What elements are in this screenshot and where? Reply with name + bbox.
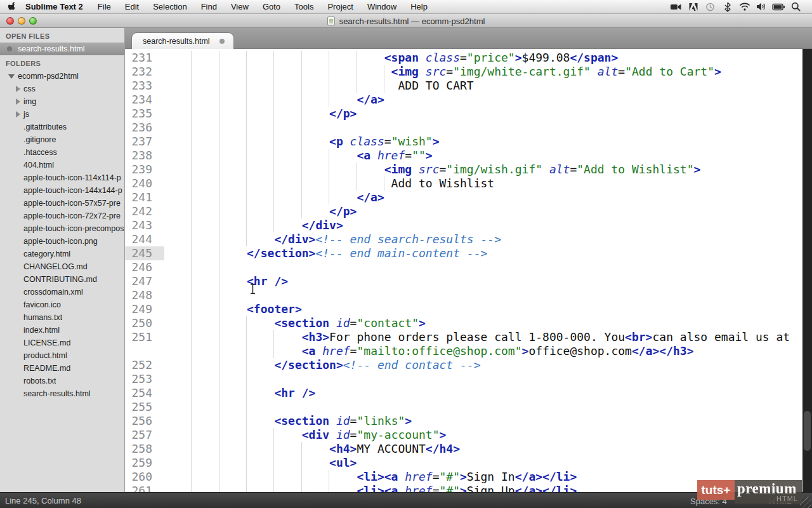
tree-file-apple-touch-icon-144x144-p[interactable]: apple-touch-icon-144x144-p <box>0 184 124 197</box>
code-line[interactable]: 241</a> <box>125 190 790 204</box>
tree-file-404-html[interactable]: 404.html <box>0 159 124 171</box>
code-editor[interactable]: 231<span class="price">$499.08</span>232… <box>125 49 802 492</box>
tree-file-license-md[interactable]: LICENSE.md <box>0 337 124 349</box>
code-line[interactable]: 244</div><!-- end search-results --> <box>125 232 790 246</box>
scrollbar-thumb[interactable] <box>804 411 811 451</box>
tree-file-readme-md[interactable]: README.md <box>0 362 124 375</box>
code-line[interactable]: <a href="mailto:office@shop.com">office@… <box>125 344 790 358</box>
code-line[interactable]: 256<section id="links"> <box>125 414 790 428</box>
volume-icon[interactable] <box>753 0 770 14</box>
menu-project[interactable]: Project <box>320 2 360 11</box>
tree-file-apple-touch-icon-57x57-pre[interactable]: apple-touch-icon-57x57-pre <box>0 197 124 210</box>
code-line[interactable]: 232<img src="img/white-cart.gif" alt="Ad… <box>125 65 790 79</box>
tree-file-humans-txt[interactable]: humans.txt <box>0 311 124 324</box>
code-token: <h4> <box>329 442 357 455</box>
tree-file-index-html[interactable]: index.html <box>0 324 124 337</box>
code-token: <section <box>274 414 329 427</box>
code-line[interactable]: 248 <box>125 288 790 302</box>
window-title-group: search-results.html — ecomm-psd2html <box>0 14 812 28</box>
code-line[interactable]: 259<ul> <box>125 456 790 470</box>
wifi-icon[interactable] <box>736 0 753 14</box>
menu-file[interactable]: File <box>91 2 118 11</box>
tree-file-category-html[interactable]: category.html <box>0 248 124 260</box>
tree-file-changelog-md[interactable]: CHANGELOG.md <box>0 260 124 273</box>
tree-file-crossdomain-xml[interactable]: crossdomain.xml <box>0 286 124 298</box>
menu-edit[interactable]: Edit <box>118 2 146 11</box>
code-line[interactable]: 237<p class="wish"> <box>125 135 790 149</box>
tree-file-search-results-html[interactable]: search-results.html <box>0 387 124 400</box>
menu-view[interactable]: View <box>224 2 256 11</box>
code-token: <section <box>274 316 329 330</box>
tree-file-apple-touch-icon-precompos[interactable]: apple-touch-icon-precompos <box>0 222 124 235</box>
code-line[interactable]: 236 <box>125 121 790 135</box>
line-number: 246 <box>125 260 164 274</box>
menu-selection[interactable]: Selection <box>146 2 193 11</box>
code-token: <div <box>302 428 329 441</box>
menu-help[interactable]: Help <box>403 2 435 11</box>
tree-folder-css[interactable]: css <box>0 83 124 95</box>
menu-goto[interactable]: Goto <box>256 2 287 11</box>
tree-file-contributing-md[interactable]: CONTRIBUTING.md <box>0 273 124 286</box>
code-line[interactable]: 252</section><!-- end contact --> <box>125 358 790 372</box>
battery-icon[interactable] <box>770 0 787 14</box>
code-line[interactable]: 242</p> <box>125 204 790 218</box>
menu-tools[interactable]: Tools <box>287 2 320 11</box>
code-token: class <box>343 135 384 148</box>
code-line[interactable]: 246 <box>125 260 790 274</box>
code-line[interactable]: 249<footer> <box>125 302 790 316</box>
code-line[interactable]: 231<span class="price">$499.08</span> <box>125 51 790 65</box>
tree-file-apple-touch-icon-png[interactable]: apple-touch-icon.png <box>0 235 124 248</box>
tree-file--gitignore[interactable]: .gitignore <box>0 133 124 146</box>
code-token: href <box>315 344 350 358</box>
code-line[interactable]: 250<section id="contact"> <box>125 316 790 330</box>
apple-menu[interactable] <box>0 1 22 13</box>
code-line[interactable]: 257<div id="my-account"> <box>125 428 790 442</box>
disclosure-closed-icon[interactable] <box>16 111 20 117</box>
code-line[interactable]: 247<hr /> <box>125 274 790 288</box>
tab-search-results[interactable]: search-results.html <box>131 32 234 49</box>
code-line[interactable]: 251<h3>For phone orders please call 1-80… <box>125 330 790 344</box>
window-title-bar[interactable]: search-results.html — ecomm-psd2html <box>0 14 812 28</box>
bluetooth-icon[interactable] <box>719 0 736 14</box>
disclosure-closed-icon[interactable] <box>16 86 20 92</box>
code-line[interactable]: 238<a href=""> <box>125 149 790 163</box>
tree-item-label: category.html <box>23 250 70 258</box>
tree-file-apple-touch-icon-114x114-p[interactable]: apple-touch-icon-114x114-p <box>0 171 124 184</box>
code-line[interactable]: 233ADD TO CART <box>125 79 790 93</box>
menu-window[interactable]: Window <box>360 2 403 11</box>
tree-file-robots-txt[interactable]: robots.txt <box>0 375 124 387</box>
spotlight-icon[interactable] <box>787 0 804 14</box>
code-line[interactable]: 240Add to Wishlist <box>125 177 790 190</box>
code-line[interactable]: 243</div> <box>125 218 790 232</box>
code-line[interactable]: 261<li><a href="#">Sign Up</a></li> <box>125 484 790 492</box>
code-line[interactable]: 245</section><!-- end main-content --> <box>125 246 790 260</box>
vertical-scrollbar[interactable] <box>802 49 812 492</box>
tree-file--htaccess[interactable]: .htaccess <box>0 146 124 159</box>
disclosure-closed-icon[interactable] <box>16 98 20 105</box>
tree-file--gitattributes[interactable]: .gitattributes <box>0 121 124 133</box>
screen-recording-icon[interactable] <box>667 0 684 14</box>
open-file-item[interactable]: search-results.html <box>0 43 124 55</box>
code-token: "img/white-cart.gif" <box>453 65 591 78</box>
code-token: <a <box>302 344 316 358</box>
code-line[interactable]: 234</a> <box>125 93 790 107</box>
code-line[interactable]: 258<h4>MY ACCOUNT</h4> <box>125 442 790 456</box>
tree-file-apple-touch-icon-72x72-pre[interactable]: apple-touch-icon-72x72-pre <box>0 210 124 222</box>
time-machine-icon[interactable] <box>702 0 719 14</box>
tree-folder-img[interactable]: img <box>0 95 124 108</box>
code-line[interactable]: 260<li><a href="#">Sign In</a></li> <box>125 470 790 484</box>
menu-find[interactable]: Find <box>194 2 224 11</box>
code-token: <span <box>384 51 419 64</box>
code-line[interactable]: 254<hr /> <box>125 386 790 400</box>
adobe-icon[interactable] <box>684 0 702 14</box>
tree-folder-js[interactable]: js <box>0 108 124 121</box>
code-line[interactable]: 253 <box>125 372 790 386</box>
tree-file-product-html[interactable]: product.html <box>0 349 124 362</box>
code-line[interactable]: 235</p> <box>125 107 790 121</box>
code-line[interactable]: 239<img src="img/wish.gif" alt="Add to W… <box>125 163 790 177</box>
tree-folder-ecomm-psd2html[interactable]: ecomm-psd2html <box>0 70 124 83</box>
app-menu-title[interactable]: Sublime Text 2 <box>22 2 91 11</box>
tree-file-favicon-ico[interactable]: favicon.ico <box>0 298 124 311</box>
code-line[interactable]: 255 <box>125 400 790 414</box>
disclosure-open-icon[interactable] <box>8 74 15 79</box>
